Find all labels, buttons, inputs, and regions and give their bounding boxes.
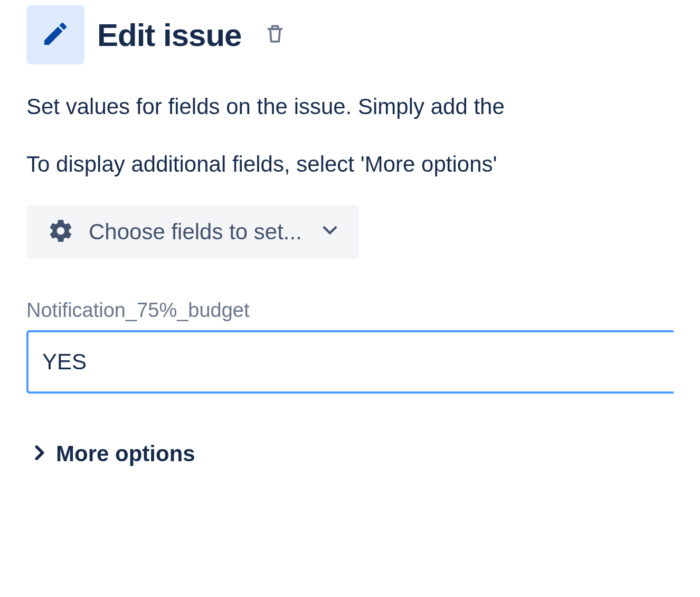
field-label: Notification_75%_budget — [26, 299, 674, 322]
description-line-2: To display additional fields, select 'Mo… — [26, 147, 674, 181]
page-title: Edit issue — [97, 17, 241, 53]
edit-icon-box — [26, 5, 84, 64]
field-group: Notification_75%_budget — [26, 299, 674, 441]
more-options-toggle[interactable]: More options — [26, 441, 195, 467]
description-block: Set values for fields on the issue. Simp… — [26, 90, 674, 181]
gear-icon — [48, 218, 74, 246]
choose-fields-label: Choose fields to set... — [89, 219, 302, 245]
chevron-down-icon — [317, 226, 337, 238]
choose-fields-dropdown[interactable]: Choose fields to set... — [26, 205, 359, 259]
more-options-label: More options — [56, 441, 195, 467]
header-row: Edit issue — [26, 5, 674, 64]
notification-budget-input[interactable] — [26, 330, 674, 394]
delete-button[interactable] — [259, 19, 291, 51]
description-line-1: Set values for fields on the issue. Simp… — [26, 90, 674, 123]
pencil-icon — [41, 19, 70, 51]
chevron-right-icon — [35, 445, 44, 462]
trash-icon — [263, 22, 287, 48]
